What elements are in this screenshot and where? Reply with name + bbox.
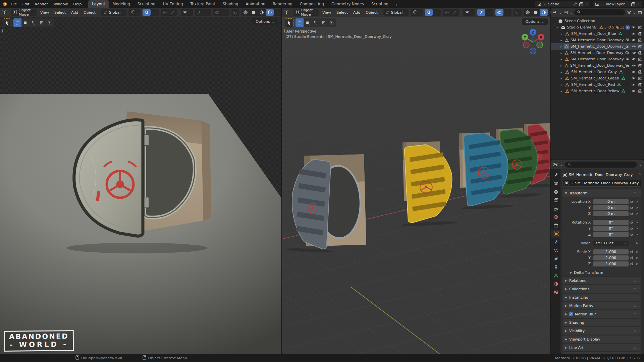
editor-type-icon[interactable]: ⌄ [2,10,9,15]
panel-grip-icon[interactable]: :::: [634,346,639,349]
animate-decorator[interactable] [635,213,639,215]
pivot-point-selector[interactable]: ⌄ [128,9,141,16]
expand-arrow-icon[interactable]: ▸ [556,26,559,29]
active-tool-select-box[interactable] [3,18,11,27]
shading-wireframe-button[interactable] [241,9,250,16]
panel-header[interactable]: ▶Viewport Display:::: [562,336,641,343]
shading-rendered-button[interactable] [548,9,550,16]
xray-toggle[interactable] [231,9,239,16]
transform-panel-header[interactable]: ▼ Transform :::: [562,189,641,197]
new-viewlayer-icon[interactable] [631,2,635,6]
object-name-field[interactable]: ⌄ SM_Hermetic_Door_Doorway_Gray [562,180,641,187]
outliner-row-object[interactable]: ▸SM_Hermetic_Door_Doorway_Gray [551,43,644,50]
workspace-tab-shading[interactable]: Shading [219,0,242,8]
scene-name[interactable]: Scene [548,2,572,6]
editor-type-icon[interactable] [553,10,557,15]
render-visibility-icon[interactable] [638,57,643,62]
close-icon[interactable]: ✕ [585,2,588,6]
select-paint-button[interactable] [328,18,336,27]
workspace-tab-modeling[interactable]: Modeling [109,0,133,8]
viewport-3d[interactable]: ⌄Object Mode⌄ViewSelectAddObjectGlobal⌄⌄… [282,8,550,354]
lock-icon[interactable] [629,232,635,237]
outliner-row-object[interactable]: ▸SM_Hermetic_Door_Green [551,75,644,81]
hide-eye-icon[interactable] [631,57,636,62]
blender-logo-icon[interactable] [2,1,7,7]
lock-icon[interactable] [629,250,635,254]
close-icon[interactable]: ✕ [637,2,640,6]
overlays-toggle[interactable] [495,9,503,16]
hide-eye-icon[interactable] [632,38,637,43]
snap-magnet-toggle[interactable] [425,9,433,16]
select-lasso-button[interactable] [38,18,46,27]
render-visibility-icon[interactable] [637,76,643,81]
menu-file[interactable]: File [8,1,19,7]
menu-edit[interactable]: Edit [19,1,32,7]
properties-tab-material[interactable] [551,280,560,288]
panel-header[interactable]: ▶Motion Paths:::: [562,302,641,309]
select-tweak-button[interactable] [296,18,304,27]
add-workspace-button[interactable]: + [392,2,400,8]
render-visibility-icon[interactable] [638,44,643,49]
expand-arrow-icon[interactable]: ▸ [560,39,563,42]
proportional-editing-toggle[interactable] [161,9,169,16]
select-paint-button[interactable] [46,18,54,27]
viewport-menu-select[interactable]: Select [53,10,67,15]
select-box-button[interactable] [21,18,30,27]
properties-tab-tool[interactable] [551,171,560,179]
xray-toggle[interactable] [514,9,522,16]
transform-value-field[interactable]: 0° [593,220,629,225]
overlays-dropdown[interactable]: ⌄ [503,9,512,16]
mode-selector[interactable]: Object Mode⌄ [11,9,37,16]
editor-type-icon[interactable] [553,162,558,167]
outliner-row-object[interactable]: ▸SM_Hermetic_Door_Gray [551,69,644,75]
object-label[interactable]: SM_Hermetic_Door_Doorway_Red [571,57,629,61]
properties-tab-constraints[interactable] [551,263,560,271]
active-tool-select-box[interactable] [285,18,293,27]
panel-grip-icon[interactable]: :::: [634,313,639,316]
panel-grip-icon[interactable]: :::: [634,288,639,291]
pin-icon[interactable] [637,173,641,177]
panel-grip-icon[interactable]: :::: [634,304,639,307]
transform-value-field[interactable]: 1.000 [593,249,629,254]
chevron-down-icon[interactable]: ⌄ [639,163,642,167]
breadcrumb-object-name[interactable]: SM_Hermetic_Door_Doorway_Gray [569,173,633,177]
delta-transform-subpanel[interactable]: ▶ Delta Transform [562,269,641,276]
expand-arrow-icon[interactable]: ▸ [560,32,563,36]
render-visibility-icon[interactable] [638,63,643,68]
outliner-row-object[interactable]: ▸SM_Hermetic_Door_Yellow [551,88,644,94]
rotation-mode-dropdown[interactable]: XYZ Euler⌄ [593,241,629,246]
animate-decorator[interactable] [635,251,639,253]
gizmos-dropdown[interactable]: ⌄ [203,9,211,16]
object-name-value[interactable]: SM_Hermetic_Door_Doorway_Gray [575,181,639,185]
properties-tab-collection[interactable] [551,221,560,229]
visibility-dropdown[interactable]: ⌄ [181,9,193,16]
gizmos-dropdown[interactable]: ⌄ [485,9,493,16]
hide-eye-icon[interactable] [632,50,637,56]
properties-tab-modifiers[interactable] [551,238,560,246]
outliner-search[interactable] [574,9,625,15]
lock-icon[interactable] [629,256,635,260]
transform-value-field[interactable]: 1.000 [593,255,629,260]
shading-solid-button[interactable] [250,9,258,16]
navigation-gizmo[interactable]: Z Y X [520,28,546,55]
outliner-row-object[interactable]: ▸SM_Hermetic_Door_Doorway_Blue [551,37,644,43]
options-button[interactable]: Options⌄ [252,18,278,25]
transform-value-field[interactable]: 0 m [593,205,629,210]
properties-tab-world[interactable] [551,213,560,221]
outliner-row-object[interactable]: ▸SM_Hermetic_Door_Doorway_Red [551,56,644,62]
lock-icon[interactable] [629,212,635,216]
object-label[interactable]: SM_Hermetic_Door_Green [571,76,619,80]
workspace-tab-sculpting[interactable]: Sculpting [134,0,159,8]
overlays-dropdown[interactable]: ⌄ [221,9,229,16]
animate-decorator[interactable] [635,201,639,202]
properties-tab-render[interactable] [551,179,560,187]
panel-header[interactable]: ▶Relations:::: [562,277,641,284]
collection-label[interactable]: Studio Elements [567,25,596,29]
animate-decorator[interactable] [635,257,639,259]
hide-eye-icon[interactable] [631,69,636,75]
panel-header[interactable]: ▶✓Motion Blur:::: [562,310,641,318]
viewport-menu-view[interactable]: View [39,10,51,15]
pivot-point-selector[interactable]: ⌄ [411,9,423,16]
outliner-row-object[interactable]: ▸SM_Hermetic_Door_Blue [551,31,644,37]
hide-eye-icon[interactable] [631,76,636,81]
